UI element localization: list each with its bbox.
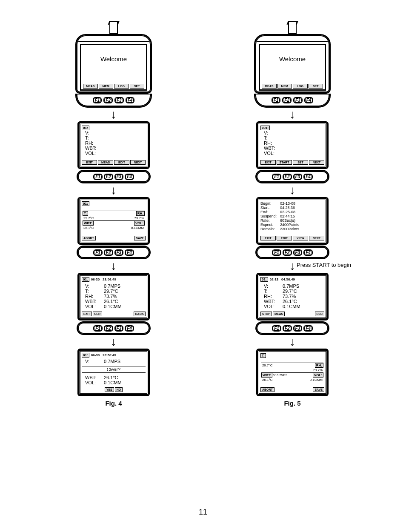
record-id: 01:	[82, 201, 89, 206]
f1-key[interactable]: F1	[272, 174, 281, 180]
softkey-stop[interactable]: STOP	[260, 312, 272, 316]
row-v-k: V:	[264, 283, 283, 289]
f1-key[interactable]: F1	[93, 325, 103, 332]
f4-key[interactable]: F4	[125, 174, 134, 180]
f3-key[interactable]: F3	[114, 325, 124, 332]
softkey-set[interactable]: SET	[293, 160, 308, 165]
softkey-esc[interactable]: ESC	[315, 312, 324, 316]
f1-key[interactable]: F1	[272, 325, 281, 332]
softkey-exit[interactable]: EXIT	[82, 312, 92, 316]
softkey-clr[interactable]: CLR	[93, 312, 102, 316]
date: 06-30	[91, 277, 100, 281]
row-rh-k: RH:	[264, 294, 283, 299]
f2-key[interactable]: F2	[104, 325, 113, 332]
t-value: 29.7°C	[83, 216, 114, 220]
softkey-exit[interactable]: EXIT	[260, 236, 276, 240]
softkey-meas[interactable]: MEAS	[83, 84, 98, 89]
f2-key[interactable]: F2	[283, 174, 292, 180]
softkey-meas[interactable]: MEAS	[98, 160, 113, 165]
row-vol: VOL:	[264, 151, 324, 156]
row-v-v: 0.7MPS	[104, 359, 120, 364]
f1-key[interactable]: F1	[93, 174, 103, 180]
f3-key[interactable]: F3	[293, 97, 303, 103]
fkey-row: F1 F2 F3 F4	[255, 246, 329, 259]
row-vol: VOL:	[85, 151, 146, 156]
softkey-set[interactable]: SET	[309, 84, 323, 89]
softkey-no[interactable]: NO	[115, 387, 123, 392]
softkey-set[interactable]: SET	[130, 84, 145, 89]
f2-key[interactable]: F2	[282, 97, 292, 103]
softkey-meas[interactable]: MEAS	[262, 84, 277, 89]
softkey-yes[interactable]: YES	[105, 387, 114, 392]
softkey-log[interactable]: LOG	[293, 84, 308, 89]
row-vol-v: 0.1CMM	[104, 304, 122, 309]
press-start-note: Press START to begin	[297, 262, 351, 268]
f3-key[interactable]: F3	[293, 174, 303, 180]
softkey-back[interactable]: BACK	[134, 312, 146, 316]
device-fig5: Welcome MEAS MEM LOG SET F1 F2 F3 F4	[254, 21, 331, 108]
f4-key[interactable]: F4	[303, 325, 313, 332]
clear-dialog: Clear?	[82, 366, 146, 373]
f1-key[interactable]: F1	[93, 97, 102, 103]
probe-icon	[109, 21, 118, 34]
f3-key[interactable]: F3	[293, 249, 303, 256]
softkey-exit[interactable]: EXIT	[260, 160, 276, 165]
f1-key[interactable]: F1	[93, 249, 103, 256]
f4-key[interactable]: F4	[125, 249, 134, 256]
f3-key[interactable]: F3	[114, 97, 124, 103]
arrow-down-icon: ↓	[289, 336, 295, 348]
f4-key[interactable]: F4	[303, 174, 313, 180]
softkey-exit[interactable]: EXIT	[82, 160, 97, 165]
wbt-value: 26.1°C	[83, 226, 114, 230]
date: 06-30	[91, 353, 100, 357]
row-wbt-v: 26.1°C	[283, 299, 297, 304]
f1-key[interactable]: F1	[272, 249, 281, 256]
arrow-down-icon: ↓	[111, 184, 117, 196]
f4-key[interactable]: F4	[303, 249, 313, 256]
begin-v: 02-13-08	[280, 201, 295, 206]
f4-key[interactable]: F4	[125, 325, 134, 332]
time: 04:56:49	[281, 277, 295, 281]
softkey-next[interactable]: NEXT	[309, 160, 324, 165]
softkey-meas[interactable]: MEAS	[273, 312, 285, 316]
softkey-mem[interactable]: MEM	[99, 84, 114, 89]
record-id: 001:	[260, 126, 270, 130]
softkey-mem[interactable]: MEM	[277, 84, 292, 89]
softkey-next[interactable]: NEXT	[309, 236, 324, 240]
row-rh: RH:	[85, 140, 146, 146]
fig5-step5: T: 29.7°C RH:73.7% WBT:V: 0.7MPS26.1°C V…	[256, 349, 329, 396]
arrow-down-icon: ↓	[111, 336, 117, 348]
fig4-step2: 01: V: T: RH: WBT: VOL: EXIT MEAS EDIT N…	[77, 121, 150, 169]
vol-label: VOL:	[313, 373, 323, 378]
f3-key[interactable]: F3	[293, 325, 303, 332]
softkey-start[interactable]: START	[277, 160, 292, 165]
softkey-abort[interactable]: ABORT	[82, 236, 96, 240]
f1-key[interactable]: F1	[272, 97, 281, 103]
softkey-view[interactable]: VIEW	[293, 236, 308, 240]
row-rh-v: 73.7%	[104, 294, 117, 299]
f2-key[interactable]: F2	[103, 97, 113, 103]
f4-key[interactable]: F4	[304, 97, 314, 103]
f2-key[interactable]: F2	[283, 249, 292, 256]
f3-key[interactable]: F3	[114, 249, 124, 256]
row-wbt-k: WBT:	[85, 375, 104, 380]
softkey-save[interactable]: SAVE	[313, 387, 324, 392]
f2-key[interactable]: F2	[104, 249, 113, 256]
softkey-save[interactable]: SAVE	[134, 236, 146, 240]
softkey-abort[interactable]: ABORT	[260, 387, 274, 392]
row-wbt-v: 26.1°C	[104, 299, 118, 304]
vol-label: VOL:	[134, 221, 145, 226]
softkey-edit[interactable]: EDIT	[114, 160, 129, 165]
fig5-column: Welcome MEAS MEM LOG SET F1 F2 F3 F4 ↓ 0…	[254, 21, 331, 407]
f2-key[interactable]: F2	[104, 174, 113, 180]
f3-key[interactable]: F3	[114, 174, 124, 180]
f2-key[interactable]: F2	[283, 325, 292, 332]
row-wbt: WBT:	[264, 146, 324, 151]
softkey-next[interactable]: NEXT	[130, 160, 146, 165]
softkey-log[interactable]: LOG	[114, 84, 129, 89]
row-wbt-k: WBT:	[85, 299, 104, 304]
softkey-edit[interactable]: EDIT	[277, 236, 292, 240]
fkey-row: F1 F2 F3 F4	[255, 321, 329, 335]
record-id: 01:	[82, 353, 89, 358]
f4-key[interactable]: F4	[126, 97, 135, 103]
